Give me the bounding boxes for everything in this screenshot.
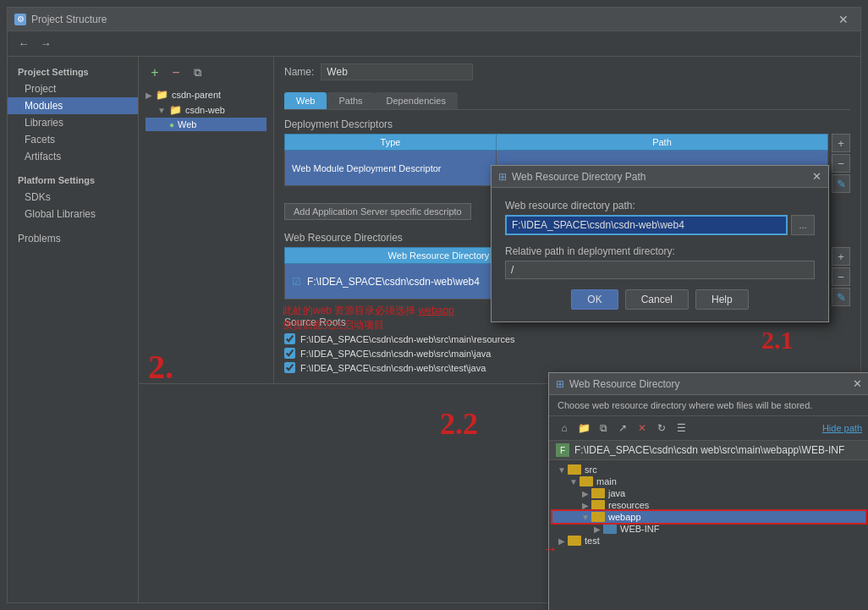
dialog2-title-bar: ⊞ Web Resource Directory ✕	[549, 373, 868, 395]
resources-folder-icon	[591, 500, 605, 510]
source-root-text-0: F:\IDEA_SPACE\csdn\csdn-web\src\main\res…	[300, 334, 515, 344]
dialog1-path-row: ...	[505, 215, 815, 235]
sidebar-item-project[interactable]: Project	[8, 80, 138, 97]
tree-item-main[interactable]: ▼ main	[552, 475, 865, 487]
copy-module-btn[interactable]: ⧉	[188, 63, 206, 82]
source-root-item-1: F:\IDEA_SPACE\csdn\csdn-web\src\main\jav…	[284, 346, 850, 360]
source-root-item-0: F:\IDEA_SPACE\csdn\csdn-web\src\main\res…	[284, 332, 850, 346]
remove-wrd-btn[interactable]: −	[832, 267, 850, 286]
check-icon: ☑	[292, 276, 301, 288]
col-path: Path	[496, 135, 827, 151]
dialog2-subtitle: Choose web resource directory where web …	[549, 395, 868, 416]
tree-item-csdn-parent[interactable]: ▶ 📁 csdn-parent	[146, 87, 266, 102]
dialog1-ok-btn[interactable]: OK	[571, 289, 618, 310]
tree-item-csdn-web[interactable]: ▼ 📁 csdn-web	[146, 102, 266, 118]
edit-wrd-btn[interactable]: ✎	[832, 288, 850, 306]
sidebar-item-modules[interactable]: Modules	[8, 97, 138, 114]
module-tree: + − ⧉ ▶ 📁 csdn-parent ▼ 📁 csdn-web	[139, 57, 274, 383]
webapp-arrow: ▼	[580, 513, 591, 522]
tree-item-test[interactable]: ▶ test	[552, 535, 865, 547]
file-delete-btn[interactable]: ✕	[634, 420, 651, 437]
file-toolbar: ⌂ 📁 ⧉ ↗ ✕ ↻ ☰ Hide path	[549, 416, 868, 441]
tab-web[interactable]: Web	[284, 92, 327, 109]
remove-descriptor-btn[interactable]: −	[832, 154, 850, 173]
source-root-checkbox-0[interactable]	[284, 333, 295, 344]
dialog2-icon: ⊞	[556, 378, 564, 390]
tree-item-web[interactable]: ● Web	[146, 118, 266, 131]
web-indicator: ●	[169, 120, 174, 129]
name-label: Name:	[284, 66, 314, 78]
dialog2-close[interactable]: ✕	[853, 377, 862, 390]
sidebar-item-global-libraries[interactable]: Global Libraries	[8, 206, 138, 223]
tree-item-src[interactable]: ▼ src	[552, 464, 865, 475]
name-input[interactable]	[321, 63, 473, 80]
hide-path-link[interactable]: Hide path	[822, 423, 862, 433]
module-tree-toolbar: + − ⧉	[146, 63, 266, 82]
tree-item-resources[interactable]: ▶ resources	[552, 499, 865, 511]
forward-button[interactable]: →	[36, 35, 55, 53]
file-copy-btn[interactable]: ⧉	[595, 420, 612, 437]
source-root-checkbox-2[interactable]	[284, 362, 295, 373]
sidebar-divider2	[8, 223, 138, 229]
webinf-arrow: ▶	[591, 525, 603, 534]
annotation-line2: 负责后面无法启动项目	[283, 318, 454, 332]
add-module-btn[interactable]: +	[146, 63, 164, 82]
back-button[interactable]: ←	[14, 35, 33, 53]
col-type: Type	[285, 135, 497, 151]
file-tree: ▼ src ▼ main ▶ java ▶ resources ▼	[549, 460, 868, 610]
file-move-btn[interactable]: ↗	[614, 420, 631, 437]
webapp-label: webapp	[608, 512, 641, 522]
red-arrow-webapp: →	[541, 539, 558, 558]
close-button[interactable]: ✕	[833, 11, 854, 28]
dialog1-relative-label: Relative path in deployment directory:	[505, 245, 815, 257]
resources-label: resources	[608, 500, 649, 510]
file-view-btn[interactable]: ☰	[673, 420, 689, 437]
dialog1-close[interactable]: ✕	[812, 170, 821, 183]
dialog1-cancel-btn[interactable]: Cancel	[625, 289, 689, 310]
title-bar: ⚙ Project Structure ✕	[8, 8, 860, 31]
tree-item-webapp[interactable]: ▼ webapp	[552, 511, 865, 523]
dialog1-relative-input[interactable]	[505, 261, 815, 279]
tab-paths[interactable]: Paths	[327, 92, 374, 109]
cell-type: Web Module Deployment Descriptor	[285, 151, 497, 186]
dialog1-title-bar: ⊞ Web Resource Directory Path ✕	[492, 166, 828, 188]
sidebar-item-facets[interactable]: Facets	[8, 131, 138, 148]
dialog1-help-btn[interactable]: Help	[695, 289, 749, 310]
sidebar-divider	[8, 165, 138, 172]
file-new-folder-btn[interactable]: 📁	[575, 420, 592, 437]
test-folder-icon	[568, 536, 581, 546]
tree-item-webinf[interactable]: ▶ WEB-INF	[552, 523, 865, 535]
dialog1-path-input[interactable]	[505, 215, 788, 235]
webinf-label: WEB-INF	[620, 524, 659, 534]
wrd-side-buttons: + − ✎	[832, 247, 850, 306]
tree-item-java[interactable]: ▶ java	[552, 487, 865, 499]
add-descriptor-btn[interactable]: +	[832, 134, 850, 152]
src-label: src	[585, 464, 597, 475]
dialog1-buttons: OK Cancel Help	[505, 289, 815, 310]
sidebar-item-sdks[interactable]: SDKs	[8, 189, 138, 206]
file-home-btn[interactable]: ⌂	[556, 420, 573, 437]
dialog1-browse-btn[interactable]: ...	[791, 215, 815, 235]
add-app-server-btn[interactable]: Add Application Server specific descript…	[284, 203, 471, 220]
dialog1-path-label: Web resource directory path:	[505, 200, 815, 212]
test-label: test	[585, 536, 600, 546]
edit-descriptor-btn[interactable]: ✎	[832, 174, 850, 193]
dialog-web-resource-path: ⊞ Web Resource Directory Path ✕ Web reso…	[491, 165, 829, 322]
add-wrd-btn[interactable]: +	[832, 247, 850, 266]
tab-dependencies[interactable]: Dependencies	[375, 92, 458, 109]
dialog1-body: Web resource directory path: ... Relativ…	[492, 188, 828, 321]
dialog1-title: Web Resource Directory Path	[512, 171, 646, 183]
source-roots-list: F:\IDEA_SPACE\csdn\csdn-web\src\main\res…	[284, 332, 850, 375]
sidebar-item-artifacts[interactable]: Artifacts	[8, 148, 138, 165]
sidebar-item-libraries[interactable]: Libraries	[8, 114, 138, 131]
name-row: Name:	[284, 63, 850, 80]
sidebar-item-problems[interactable]: Problems	[8, 229, 138, 248]
app-icon: ⚙	[14, 14, 26, 25]
toolbar: ← →	[8, 31, 860, 57]
file-refresh-btn[interactable]: ↻	[653, 420, 670, 437]
dialog-file-chooser: ⊞ Web Resource Directory ✕ Choose web re…	[548, 372, 868, 610]
java-arrow: ▶	[580, 489, 591, 498]
remove-module-btn[interactable]: −	[167, 63, 185, 82]
source-root-checkbox-1[interactable]	[284, 348, 295, 359]
deployment-side-buttons: + − ✎	[832, 134, 850, 193]
